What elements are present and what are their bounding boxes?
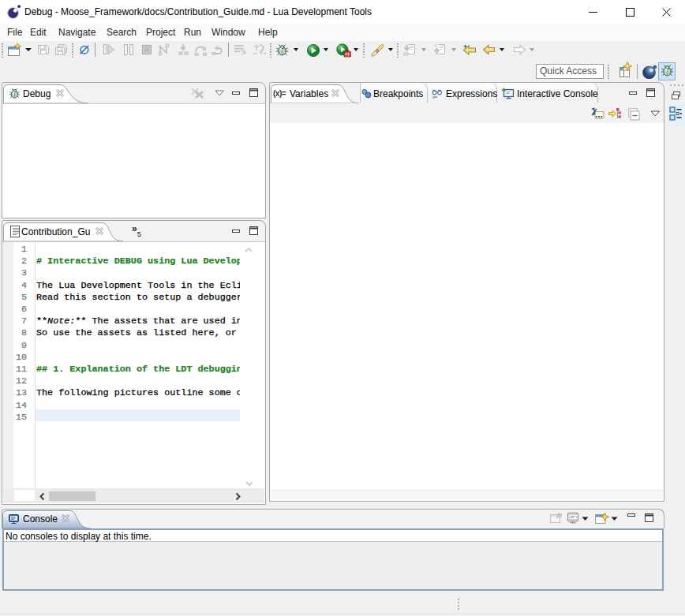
svg-text:x=: x= xyxy=(432,95,437,99)
